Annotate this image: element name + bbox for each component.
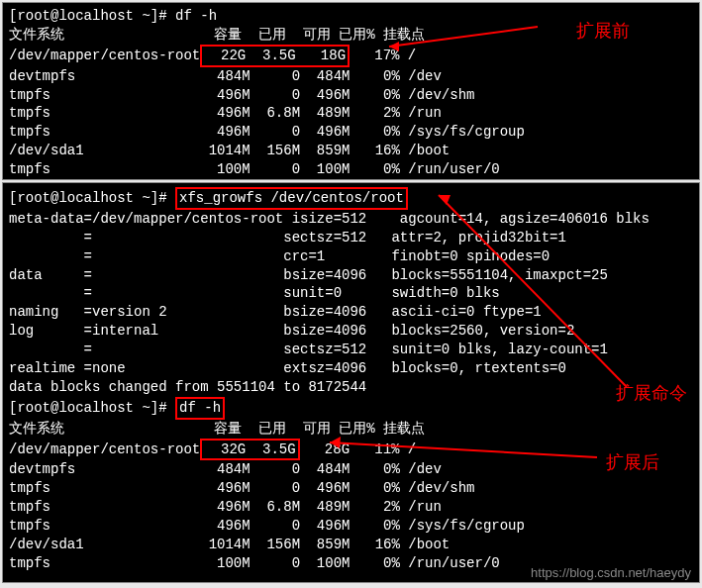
table-row: tmpfs 496M 0 496M 0% /sys/fs/cgroup [9,517,693,536]
output-line: log =internal bsize=4096 blocks=2560, ve… [9,322,693,341]
cmd-line-df2: [root@localhost ~]# df -h [9,397,693,420]
highlight-after-values: 32G 3.5G [200,439,299,461]
table-row: tmpfs 496M 6.8M 489M 2% /run [9,104,693,123]
watermark: https://blog.csdn.net/haeydy [531,565,691,580]
output-line: = sectsz=512 sunit=0 blks, lazy-count=1 [9,341,693,359]
output-line: = sunit=0 swidth=0 blks [9,284,693,303]
table-row: tmpfs 100M 0 100M 0% /run/user/0 [9,160,693,179]
table-row: /dev/mapper/centos-root 32G 3.5G 28G 11%… [9,439,693,461]
table-row: /dev/sda1 1014M 156M 859M 16% /boot [9,536,693,554]
table-row: tmpfs 496M 0 496M 0% /dev/shm [9,86,693,105]
cmd-line: [root@localhost ~]# df -h [9,7,693,26]
output-line: = crc=1 finobt=0 spinodes=0 [9,247,693,266]
df-header-2: 文件系统 容量 已用 可用 已用% 挂载点 [9,420,693,439]
cmd-df-box: df -h [175,397,225,420]
table-row: tmpfs 496M 6.8M 489M 2% /run [9,498,693,517]
prompt: [root@localhost ~]# [9,400,175,416]
table-row: tmpfs 496M 0 496M 0% /sys/fs/cgroup [9,123,693,142]
terminal-after: [root@localhost ~]# xfs_growfs /dev/cent… [2,182,700,583]
output-line: meta-data=/dev/mapper/centos-root isize=… [9,210,693,229]
table-row: /dev/mapper/centos-root 22G 3.5G 18G 17%… [9,45,693,67]
terminal-before: [root@localhost ~]# df -h 文件系统 容量 已用 可用 … [2,2,700,180]
table-row: tmpfs 496M 0 496M 0% /dev/shm [9,479,693,498]
highlight-before-values: 22G 3.5G 18G [200,45,350,67]
table-row: devtmpfs 484M 0 484M 0% /dev [9,460,693,479]
table-row: devtmpfs 484M 0 484M 0% /dev [9,67,693,86]
output-line: data = bsize=4096 blocks=5551104, imaxpc… [9,266,693,285]
df-header: 文件系统 容量 已用 可用 已用% 挂载点 [9,26,693,45]
cmd-text: df -h [175,8,217,24]
table-row: /dev/sda1 1014M 156M 859M 16% /boot [9,142,693,160]
cmd-growfs-box: xfs_growfs /dev/centos/root [175,187,408,210]
prompt: [root@localhost ~]# [9,190,175,206]
output-line: realtime =none extsz=4096 blocks=0, rtex… [9,359,693,378]
output-line: naming =version 2 bsize=4096 ascii-ci=0 … [9,303,693,322]
cmd-line-growfs: [root@localhost ~]# xfs_growfs /dev/cent… [9,187,693,210]
output-line: data blocks changed from 5551104 to 8172… [9,378,693,397]
output-line: = sectsz=512 attr=2, projid32bit=1 [9,229,693,247]
prompt: [root@localhost ~]# [9,8,175,24]
